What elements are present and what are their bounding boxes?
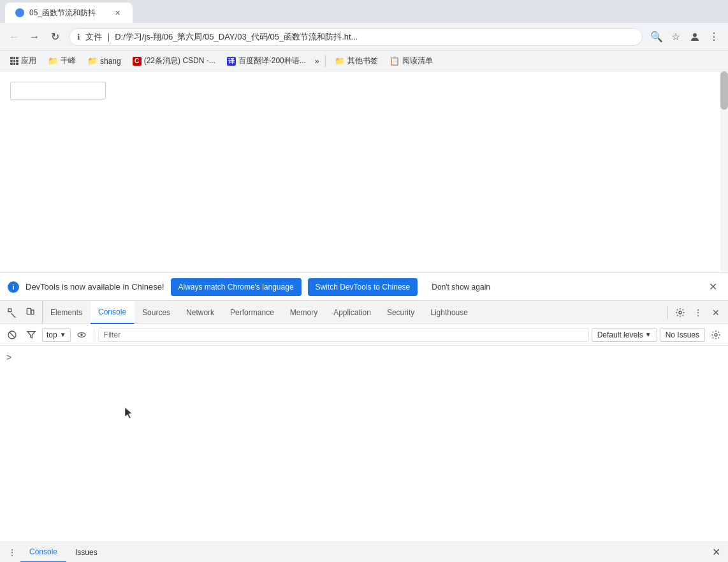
svg-point-9	[80, 334, 82, 336]
scrollbar-track[interactable]	[720, 71, 728, 272]
folder-icon: 📁	[335, 56, 345, 66]
info-icon: ℹ	[77, 33, 80, 41]
bookmark-other-label: 其他书签	[347, 55, 378, 66]
tab-memory[interactable]: Memory	[282, 301, 326, 324]
csdn-favicon: C	[133, 57, 142, 66]
page-main	[0, 71, 728, 272]
devtools-notification-bar: i DevTools is now available in Chinese! …	[0, 272, 728, 300]
inspect-element-button[interactable]	[4, 304, 20, 321]
console-caret: >	[6, 352, 11, 362]
bookmark-other[interactable]: 📁 其他书签	[330, 54, 383, 69]
toolbar-separator	[667, 306, 668, 319]
tab-sources[interactable]: Sources	[135, 301, 178, 324]
bookmark-baidu-label: 百度翻译-200种语...	[238, 55, 306, 66]
notification-text: DevTools is now available in Chinese!	[25, 282, 164, 292]
bookmark-baidu-translate[interactable]: 译 百度翻译-200种语...	[222, 54, 311, 69]
tab-favicon	[15, 8, 24, 17]
browser-frame: 05_函数节流和防抖 ✕ ← → ↻ ℹ 文件 ｜ D:/学习/js-翔/06_…	[0, 0, 728, 562]
reload-button[interactable]: ↻	[46, 28, 64, 46]
devtools-toolbar: Elements Console Sources Network Perform…	[0, 301, 728, 324]
console-settings-button[interactable]	[708, 327, 724, 343]
bookmark-separator	[325, 55, 326, 68]
scrollbar-thumb[interactable]	[720, 71, 728, 110]
bookmark-star-button[interactable]: ☆	[667, 28, 685, 46]
bookmark-csdn[interactable]: C (22条消息) CSDN -...	[127, 54, 221, 69]
console-toolbar: top ▼ Default levels ▼ No Issues	[0, 324, 728, 346]
device-toolbar-button[interactable]	[22, 304, 38, 321]
context-label: top	[47, 330, 57, 339]
log-levels-label: Default levels	[597, 330, 643, 339]
tab-elements[interactable]: Elements	[43, 301, 91, 324]
back-button[interactable]: ←	[5, 28, 23, 46]
bookmark-read-list[interactable]: 📋 阅读清单	[384, 54, 438, 69]
devtools-settings-button[interactable]	[672, 304, 688, 321]
notification-info-icon: i	[8, 281, 19, 293]
bookmark-read-label: 阅读清单	[402, 55, 433, 66]
bookmarks-bar: 应用 📁 千峰 📁 shang C (22条消息) CSDN -... 译 百度…	[0, 51, 728, 71]
issues-counter[interactable]: No Issues	[660, 328, 705, 342]
more-bookmarks-button[interactable]: »	[312, 57, 322, 66]
tab-network[interactable]: Network	[178, 301, 222, 324]
context-selector[interactable]: top ▼	[42, 328, 71, 342]
bottom-menu-button[interactable]: ⋮	[4, 544, 20, 561]
menu-button[interactable]: ⋮	[705, 28, 723, 46]
live-expressions-button[interactable]	[73, 327, 90, 343]
svg-point-0	[693, 33, 697, 37]
profile-button[interactable]	[686, 28, 704, 46]
tab-bar: 05_函数节流和防抖 ✕	[0, 0, 728, 23]
mouse-cursor	[124, 406, 133, 418]
console-content-area[interactable]: >	[0, 346, 728, 542]
bookmark-apps-label: 应用	[21, 55, 36, 66]
bookmark-shang-label: shang	[100, 57, 121, 66]
svg-point-5	[679, 311, 681, 314]
forward-button[interactable]: →	[25, 28, 43, 46]
active-tab[interactable]: 05_函数节流和防抖 ✕	[5, 3, 133, 23]
devtools-tab-bar: Elements Console Sources Network Perform…	[42, 301, 664, 324]
context-dropdown-icon: ▼	[60, 331, 66, 338]
url-text: 文件 ｜ D:/学习/js-翔/06_第六周/05_DAY/03_代码/05_函…	[85, 31, 634, 43]
svg-rect-3	[27, 308, 31, 314]
dont-show-again-button[interactable]: Don't show again	[424, 278, 498, 296]
log-levels-arrow: ▼	[645, 331, 652, 338]
svg-rect-1	[8, 309, 11, 312]
bottom-tab-console[interactable]: Console	[20, 542, 66, 563]
tab-console[interactable]: Console	[91, 301, 135, 324]
bottom-tab-bar: ⋮ Console Issues ✕	[0, 542, 728, 562]
devtools-panel: Elements Console Sources Network Perform…	[0, 300, 728, 562]
console-divider	[94, 329, 94, 341]
filter-button[interactable]	[23, 327, 40, 343]
bookmark-apps[interactable]: 应用	[5, 54, 41, 69]
toolbar-icons: 🔍 ☆ ⋮	[648, 28, 723, 46]
bookmark-qianfeng[interactable]: 📁 千峰	[43, 54, 81, 69]
search-icon-button[interactable]: 🔍	[648, 28, 666, 46]
console-filter-input[interactable]	[98, 328, 589, 342]
reading-list-icon: 📋	[389, 56, 400, 66]
devtools-close-x-button[interactable]: ✕	[708, 544, 724, 561]
log-levels-selector[interactable]: Default levels ▼	[592, 328, 657, 342]
notification-close-button[interactable]: ✕	[705, 279, 720, 295]
bookmark-shang[interactable]: 📁 shang	[82, 54, 126, 69]
page-content: i DevTools is now available in Chinese! …	[0, 71, 728, 562]
devtools-more-button[interactable]: ⋮	[690, 304, 706, 321]
bookmark-csdn-label: (22条消息) CSDN -...	[144, 55, 215, 66]
apps-grid-icon	[10, 57, 18, 65]
tab-performance[interactable]: Performance	[222, 301, 282, 324]
svg-rect-4	[31, 310, 34, 314]
svg-line-2	[11, 313, 16, 318]
address-bar[interactable]: ℹ 文件 ｜ D:/学习/js-翔/06_第六周/05_DAY/03_代码/05…	[69, 28, 643, 46]
bottom-tab-issues[interactable]: Issues	[66, 542, 106, 563]
devtools-close-button[interactable]: ✕	[708, 304, 724, 321]
svg-line-7	[9, 332, 15, 337]
switch-to-chinese-button[interactable]: Switch DevTools to Chinese	[308, 278, 418, 296]
page-input-field[interactable]	[10, 82, 106, 100]
clear-console-button[interactable]	[4, 327, 20, 343]
match-language-button[interactable]: Always match Chrome's language	[171, 278, 302, 296]
tab-lighthouse[interactable]: Lighthouse	[423, 301, 476, 324]
tab-application[interactable]: Application	[326, 301, 379, 324]
folder-icon: 📁	[48, 56, 58, 66]
folder-icon: 📁	[87, 56, 98, 66]
browser-toolbar: ← → ↻ ℹ 文件 ｜ D:/学习/js-翔/06_第六周/05_DAY/03…	[0, 23, 728, 51]
issues-label: No Issues	[666, 330, 699, 339]
tab-security[interactable]: Security	[379, 301, 423, 324]
tab-close-button[interactable]: ✕	[112, 8, 122, 18]
